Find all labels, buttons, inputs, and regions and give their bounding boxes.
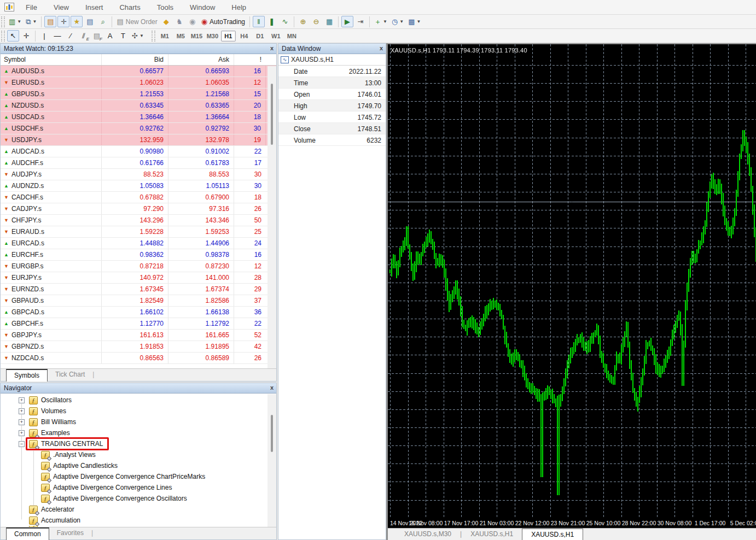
menu-window[interactable]: Window (182, 0, 223, 15)
column-ask[interactable]: Ask (168, 54, 234, 65)
table-row[interactable]: ▼NZDCAD.s0.865630.8658926 (1, 353, 276, 364)
chart-time-axis[interactable]: 14 Nov 202216 Nov 08:0017 Nov 17:0021 No… (388, 519, 756, 529)
table-row[interactable]: ▼EURGBP.s0.872180.8723012 (1, 261, 276, 272)
table-row[interactable]: ▲USDCAD.s1.366461.3666418 (1, 111, 276, 123)
table-row[interactable]: ▲EURCAD.s1.448821.4490624 (1, 238, 276, 249)
table-row[interactable]: ▲EURCHF.s0.983620.9837816 (1, 249, 276, 261)
table-row[interactable]: ▲GBPCAD.s1.661021.6613836 (1, 307, 276, 318)
timeframe-d1[interactable]: D1 (253, 31, 267, 42)
tree-item-bill-williams[interactable]: +ƒBill Williams (1, 416, 276, 427)
chevron-down-icon[interactable]: ▼ (399, 19, 404, 24)
table-row[interactable]: ▼GBPJPY.s161.613161.66552 (1, 330, 276, 341)
autotrading-button[interactable]: ◉AutoTrading (200, 16, 247, 27)
vertical-line-button[interactable]: | (38, 30, 50, 42)
timeframe-h1[interactable]: H1 (221, 31, 236, 42)
expand-plus-icon[interactable]: + (19, 419, 25, 425)
table-row[interactable]: ▼EURNZD.s1.673451.6737429 (1, 284, 276, 295)
chart-tab-1[interactable]: XAUUSD.s,H1 (462, 529, 522, 539)
zoom-out-button[interactable]: ⊖ (310, 16, 322, 27)
news-button[interactable]: ◉ (187, 16, 199, 27)
timeframe-m30[interactable]: M30 (205, 31, 220, 42)
trendline-button[interactable]: ∕ (65, 30, 77, 42)
table-row[interactable]: ▲AUDUSD.s0.665770.6659316 (1, 66, 276, 77)
tab-tick-chart[interactable]: Tick Chart (48, 369, 92, 380)
toolbar-grip[interactable] (1, 16, 5, 27)
menu-tools[interactable]: Tools (149, 0, 182, 15)
tree-item-volumes[interactable]: +ƒVolumes (1, 406, 276, 416)
metaeditor-button[interactable]: ◆ (160, 16, 172, 27)
text-label-button[interactable]: T (117, 30, 129, 42)
profiles-button[interactable]: ⧉▼ (24, 16, 38, 27)
table-row[interactable]: ▼GBPNZD.s1.918531.9189542 (1, 341, 276, 353)
table-row[interactable]: ▼CHFJPY.s143.296143.34650 (1, 215, 276, 226)
tab-common[interactable]: Common (6, 527, 49, 540)
data-window-toggle[interactable]: ✛ (57, 16, 69, 27)
tree-item-examples[interactable]: +ƒExamples (1, 427, 276, 438)
toolbar-grip[interactable] (1, 31, 5, 42)
menu-insert[interactable]: Insert (77, 0, 112, 15)
chevron-down-icon[interactable]: ▼ (139, 33, 144, 38)
column-symbol[interactable]: Symbol (1, 54, 102, 65)
table-row[interactable]: ▼EURAUD.s1.592281.5925325 (1, 226, 276, 238)
table-row[interactable]: ▲USDCHF.s0.927620.9279230 (1, 123, 276, 134)
close-icon[interactable]: x (380, 45, 383, 52)
table-row[interactable]: ▼AUDJPY.s88.52388.55330 (1, 169, 276, 180)
tree-item-adaptive-divergence-convergence-chartpricemarks[interactable]: ƒAdaptive Divergence Convergence ChartPr… (1, 471, 276, 482)
menu-charts[interactable]: Charts (111, 0, 148, 15)
templates-button[interactable]: ▩▼ (406, 16, 422, 27)
tile-windows-button[interactable]: ▦ (323, 16, 335, 27)
terminal-toggle[interactable]: ▤ (84, 16, 96, 27)
market-watch-toggle[interactable]: ▤ (44, 16, 56, 27)
tree-item-analyst-views[interactable]: ƒ.Analyst Views (1, 449, 276, 460)
expand-plus-icon[interactable]: + (19, 430, 25, 436)
fibonacci-button[interactable]: ▤F (91, 30, 103, 42)
equidistant-channel-button[interactable]: ⫽E (78, 30, 90, 42)
timeframe-m5[interactable]: M5 (173, 31, 188, 42)
expand-plus-icon[interactable]: + (19, 408, 25, 414)
navigator-toggle[interactable]: ★ (71, 16, 83, 27)
timeframe-h4[interactable]: H4 (237, 31, 252, 42)
zoom-in-button[interactable]: ⊕ (297, 16, 309, 27)
table-row[interactable]: ▲AUDNZD.s1.050831.0511330 (1, 180, 276, 192)
crosshair-button[interactable]: ✛ (20, 30, 32, 42)
new-order-button[interactable]: ▤New Order (115, 16, 159, 27)
strategy-button[interactable]: ♞ (173, 16, 185, 27)
tab-symbols[interactable]: Symbols (6, 369, 48, 381)
tree-item-oscillators[interactable]: +ƒOscillators (1, 395, 276, 406)
column-spread[interactable]: ! (234, 54, 266, 65)
table-row[interactable]: ▼USDJPY.s132.959132.97819 (1, 134, 276, 146)
tree-item-accelerator[interactable]: ƒAccelerator (1, 504, 276, 515)
timeframe-m1[interactable]: M1 (158, 31, 172, 42)
table-row[interactable]: ▼CADCHF.s0.678820.6790018 (1, 192, 276, 203)
chevron-down-icon[interactable]: ▼ (33, 19, 37, 24)
candlestick-button[interactable]: ❚ (266, 16, 278, 27)
expand-plus-icon[interactable]: + (19, 397, 25, 403)
line-chart-button[interactable]: ∿ (279, 16, 291, 27)
strategy-tester-toggle[interactable]: ⌕ (97, 16, 109, 27)
chevron-down-icon[interactable]: ▼ (17, 19, 21, 24)
close-icon[interactable]: x (270, 45, 274, 52)
menu-help[interactable]: Help (223, 0, 254, 15)
new-chart-button[interactable]: ▥▼ (7, 16, 23, 27)
timeframe-w1[interactable]: W1 (269, 31, 283, 42)
auto-scroll-button[interactable]: ▶ (341, 16, 353, 27)
table-row[interactable]: ▲AUDCHF.s0.617660.6178317 (1, 157, 276, 169)
table-row[interactable]: ▼EURUSD.s1.060231.0603512 (1, 77, 276, 89)
chart-tab-0[interactable]: XAUUSD.s,M30 (396, 529, 460, 539)
toolbar-grip[interactable] (152, 31, 155, 42)
tree-item-accumulation[interactable]: ƒAccumulation (1, 515, 276, 526)
price-chart-canvas[interactable] (388, 44, 756, 518)
periods-button[interactable]: ◷▼ (390, 16, 405, 27)
timeframe-mn[interactable]: MN (284, 31, 299, 42)
collapse-minus-icon[interactable]: − (19, 441, 25, 447)
arrows-button[interactable]: ✣▼ (130, 30, 146, 42)
navigator-scrollbar[interactable] (267, 394, 276, 528)
table-row[interactable]: ▲NZDUSD.s0.633450.6336520 (1, 100, 276, 111)
chevron-down-icon[interactable]: ▼ (383, 19, 387, 24)
tree-item-adaptive-divergence-convergence-oscillators[interactable]: ƒAdaptive Divergence Convergence Oscilla… (1, 493, 276, 504)
table-row[interactable]: ▲GBPCHF.s1.127701.1279222 (1, 318, 276, 330)
chart-shift-button[interactable]: ⇥ (354, 16, 367, 27)
table-row[interactable]: ▼CADJPY.s97.29097.31626 (1, 203, 276, 215)
table-row[interactable]: ▲AUDCAD.s0.909800.9100222 (1, 146, 276, 157)
text-button[interactable]: A (104, 30, 116, 42)
